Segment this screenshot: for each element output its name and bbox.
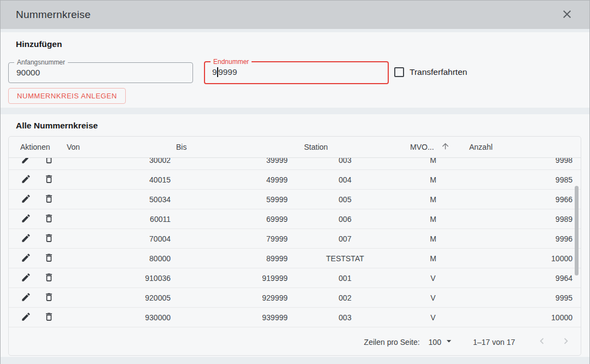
dialog-titlebar: Nummernkreise: [1, 1, 589, 29]
row-actions: [9, 194, 61, 205]
table-row: 50034 59999 005 M 9966: [9, 190, 581, 209]
edit-row-button[interactable]: [20, 273, 31, 284]
edit-row-button[interactable]: [20, 233, 31, 244]
cell-anzahl: 9989: [464, 215, 581, 224]
delete-row-button[interactable]: [43, 273, 54, 284]
pencil-icon: [21, 272, 31, 284]
transferfahrten-checkbox[interactable]: [394, 67, 404, 77]
table-scrollbar-thumb[interactable]: [575, 186, 579, 275]
edit-row-button[interactable]: [20, 214, 31, 225]
add-section: Hinzufügen Anfangsnummer 90000 Endnummer…: [1, 32, 589, 108]
divider-band: [1, 108, 589, 114]
cell-station: 005: [288, 195, 402, 204]
row-actions: [9, 312, 61, 323]
cell-von: 930000: [61, 313, 171, 322]
cell-anzahl: 9995: [464, 293, 581, 302]
previous-page-button[interactable]: [535, 335, 549, 349]
pencil-icon: [21, 158, 31, 166]
column-header-station[interactable]: Station: [288, 143, 402, 151]
table-row: 30002 39999 003 M 9998: [9, 158, 581, 170]
edit-row-button[interactable]: [20, 158, 31, 166]
pencil-icon: [21, 213, 31, 225]
cell-anzahl: 10000: [464, 313, 581, 322]
table-body-rows: 30002 39999 003 M 9998 40015 49999 004 M…: [9, 158, 581, 327]
endnummer-value: 99999: [212, 67, 237, 78]
delete-row-button[interactable]: [43, 174, 54, 185]
cell-anzahl: 9985: [464, 175, 581, 184]
edit-row-button[interactable]: [20, 174, 31, 185]
column-header-aktionen[interactable]: Aktionen: [9, 143, 61, 151]
cell-station: TESTSTAT: [288, 254, 402, 263]
column-header-mvo[interactable]: MVO...: [402, 142, 464, 152]
cell-bis: 69999: [171, 215, 288, 224]
trash-icon: [44, 193, 54, 206]
edit-row-button[interactable]: [20, 292, 31, 303]
column-header-anzahl[interactable]: Anzahl: [464, 143, 581, 151]
cell-mvo: V: [402, 293, 464, 302]
cell-bis: 919999: [171, 274, 288, 283]
delete-row-button[interactable]: [43, 312, 54, 323]
edit-row-button[interactable]: [20, 312, 31, 323]
endnummer-field[interactable]: Endnummer 99999: [204, 61, 389, 84]
anfangsnummer-field[interactable]: Anfangsnummer 90000: [8, 62, 193, 83]
cell-mvo: M: [402, 175, 464, 184]
cell-anzahl: 9998: [464, 158, 581, 165]
cell-von: 70004: [61, 234, 171, 243]
rows-per-page-value: 100: [429, 338, 441, 347]
trash-icon: [44, 158, 54, 166]
nummernkreise-dialog: Nummernkreise Hinzufügen Anfangsnummer 9…: [0, 0, 590, 364]
delete-row-button[interactable]: [43, 292, 54, 303]
row-actions: [9, 174, 61, 185]
divider-band: [1, 357, 589, 364]
trash-icon: [44, 292, 54, 304]
chevron-left-icon: [536, 335, 548, 349]
cell-mvo: M: [402, 158, 464, 165]
cell-station: 007: [288, 234, 402, 243]
transferfahrten-label: Transferfahrten: [410, 67, 467, 77]
cell-anzahl: 9964: [464, 274, 581, 283]
delete-row-button[interactable]: [43, 233, 54, 244]
cell-von: 60011: [61, 215, 171, 224]
edit-row-button[interactable]: [20, 253, 31, 264]
close-button[interactable]: [559, 7, 575, 23]
row-actions: [9, 233, 61, 244]
pencil-icon: [21, 233, 31, 245]
pager: [535, 335, 573, 349]
dialog-title: Nummernkreise: [16, 9, 91, 21]
delete-row-button[interactable]: [43, 214, 54, 225]
column-header-bis[interactable]: Bis: [171, 143, 288, 151]
cell-mvo: M: [402, 254, 464, 263]
trash-icon: [44, 233, 54, 245]
sort-ascending-icon[interactable]: [434, 142, 450, 152]
table-row: 60011 69999 006 M 9989: [9, 209, 581, 229]
table-row: 80000 89999 TESTSTAT M 10000: [9, 249, 581, 268]
rows-per-page-select[interactable]: 100: [429, 336, 454, 348]
row-actions: [9, 214, 61, 225]
table-footer: Zeilen pro Seite: 100 1–17 von 17: [9, 327, 581, 356]
cell-mvo: M: [402, 215, 464, 224]
delete-row-button[interactable]: [43, 158, 54, 166]
cell-bis: 49999: [171, 175, 288, 184]
table-row: 40015 49999 004 M 9985: [9, 170, 581, 190]
cell-von: 80000: [61, 254, 171, 263]
delete-row-button[interactable]: [43, 194, 54, 205]
edit-row-button[interactable]: [20, 194, 31, 205]
add-section-heading: Hinzufügen: [16, 39, 62, 49]
transferfahrten-checkbox-wrap[interactable]: Transferfahrten: [394, 67, 467, 77]
next-page-button[interactable]: [559, 335, 573, 349]
row-actions: [9, 158, 61, 166]
cell-station: 004: [288, 175, 402, 184]
column-header-von[interactable]: Von: [61, 143, 171, 151]
table-body-viewport: 30002 39999 003 M 9998 40015 49999 004 M…: [9, 158, 581, 327]
close-icon: [560, 8, 574, 22]
cell-anzahl: 9966: [464, 195, 581, 204]
caret-down-icon: [441, 336, 454, 348]
cell-bis: 59999: [171, 195, 288, 204]
pencil-icon: [21, 253, 31, 265]
cell-station: 003: [288, 313, 402, 322]
cell-station: 001: [288, 274, 402, 283]
cell-bis: 39999: [171, 158, 288, 165]
chevron-right-icon: [560, 335, 572, 349]
nummernkreis-anlegen-button[interactable]: NUMMERNKREIS ANLEGEN: [8, 88, 126, 104]
delete-row-button[interactable]: [43, 253, 54, 264]
